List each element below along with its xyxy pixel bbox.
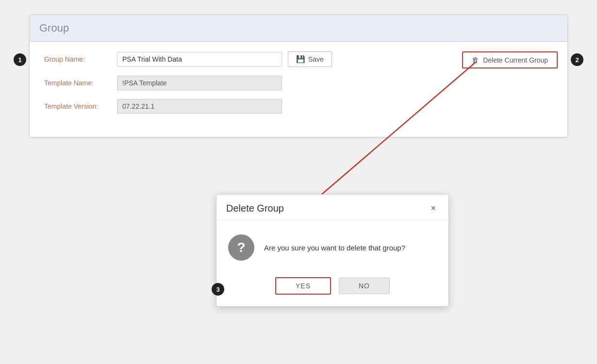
group-body: Group Name: 💾 Save Template Name: Templa… — [30, 42, 567, 137]
modal-body: ? Are you sure you want to delete that g… — [216, 221, 448, 272]
modal-title: Delete Group — [226, 203, 284, 214]
template-version-row: Template Version: — [44, 99, 553, 114]
template-name-row: Template Name: — [44, 76, 553, 90]
template-name-label: Template Name: — [44, 79, 117, 87]
trash-icon: 🗑 — [472, 56, 479, 64]
badge-3: 3 — [212, 283, 224, 296]
modal-header: Delete Group × — [216, 195, 448, 221]
delete-current-group-button[interactable]: 🗑 Delete Current Group — [462, 51, 558, 68]
badge-2: 2 — [571, 53, 583, 66]
save-button[interactable]: 💾 Save — [288, 51, 332, 67]
no-button[interactable]: NO — [339, 278, 390, 294]
template-name-input — [117, 76, 282, 90]
group-panel-title: Group — [39, 22, 69, 34]
save-icon: 💾 — [296, 55, 305, 64]
save-button-label: Save — [308, 55, 324, 63]
modal-message: Are you sure you want to delete that gro… — [264, 244, 405, 252]
template-version-label: Template Version: — [44, 102, 117, 110]
badge-1: 1 — [14, 53, 26, 66]
modal-close-button[interactable]: × — [428, 202, 439, 215]
modal-wrapper: Delete Group × ? Are you sure you want t… — [97, 194, 568, 307]
yes-button[interactable]: YES — [275, 277, 331, 295]
template-version-input — [117, 99, 282, 114]
group-header: Group — [30, 15, 567, 42]
group-name-input[interactable] — [117, 52, 282, 66]
delete-button-label: Delete Current Group — [483, 56, 548, 64]
group-panel: Group Group Name: 💾 Save Template Name: … — [29, 15, 568, 137]
delete-group-modal: Delete Group × ? Are you sure you want t… — [216, 194, 449, 307]
question-icon: ? — [228, 234, 254, 261]
group-name-label: Group Name: — [44, 55, 117, 63]
modal-footer: 3 YES NO — [216, 272, 448, 306]
